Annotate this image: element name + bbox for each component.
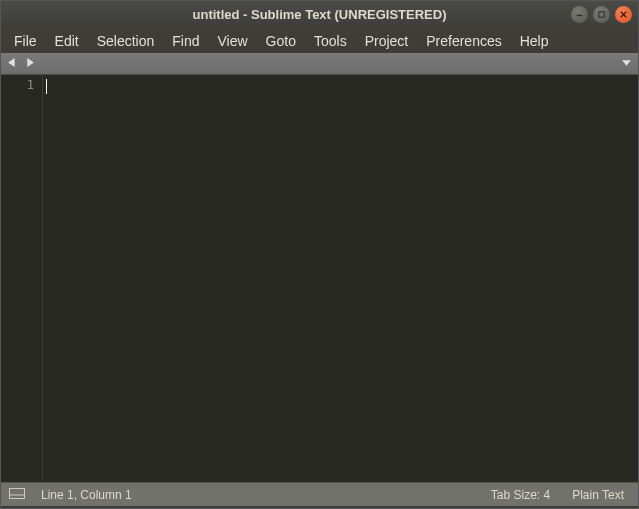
svg-marker-4: [8, 58, 15, 67]
triangle-left-icon: [7, 57, 18, 68]
menu-help[interactable]: Help: [511, 30, 558, 52]
window-title: untitled - Sublime Text (UNREGISTERED): [7, 7, 632, 22]
panel-switcher-button[interactable]: [9, 488, 25, 502]
tab-prev-button[interactable]: [7, 56, 18, 71]
maximize-icon: [597, 10, 606, 19]
triangle-down-icon: [621, 57, 632, 68]
menu-preferences[interactable]: Preferences: [417, 30, 510, 52]
status-position[interactable]: Line 1, Column 1: [35, 488, 138, 502]
editor: 1: [1, 75, 638, 482]
line-number: 1: [1, 78, 34, 92]
window-controls: [571, 6, 632, 23]
menu-goto[interactable]: Goto: [257, 30, 305, 52]
menu-edit[interactable]: Edit: [46, 30, 88, 52]
menubar: File Edit Selection Find View Goto Tools…: [1, 28, 638, 53]
menu-selection[interactable]: Selection: [88, 30, 164, 52]
minimize-icon: [575, 10, 584, 19]
menu-project[interactable]: Project: [356, 30, 418, 52]
tab-dropdown-button[interactable]: [621, 56, 632, 71]
status-tab-size[interactable]: Tab Size: 4: [485, 488, 556, 502]
triangle-right-icon: [24, 57, 35, 68]
status-syntax[interactable]: Plain Text: [566, 488, 630, 502]
panel-icon: [9, 488, 25, 499]
svg-marker-6: [622, 60, 631, 66]
menu-view[interactable]: View: [209, 30, 257, 52]
minimize-button[interactable]: [571, 6, 588, 23]
svg-rect-1: [599, 12, 604, 17]
svg-marker-5: [27, 58, 34, 67]
tab-next-button[interactable]: [24, 56, 35, 71]
editor-body[interactable]: [43, 75, 638, 482]
titlebar: untitled - Sublime Text (UNREGISTERED): [1, 1, 638, 28]
close-button[interactable]: [615, 6, 632, 23]
menu-find[interactable]: Find: [163, 30, 208, 52]
maximize-button[interactable]: [593, 6, 610, 23]
svg-rect-7: [10, 488, 25, 498]
menu-tools[interactable]: Tools: [305, 30, 356, 52]
menu-file[interactable]: File: [5, 30, 46, 52]
tabbar: [1, 53, 638, 75]
text-cursor: [46, 79, 47, 94]
tab-nav: [7, 56, 35, 71]
close-icon: [619, 10, 628, 19]
statusbar: Line 1, Column 1 Tab Size: 4 Plain Text: [1, 482, 638, 506]
gutter: 1: [1, 75, 43, 482]
